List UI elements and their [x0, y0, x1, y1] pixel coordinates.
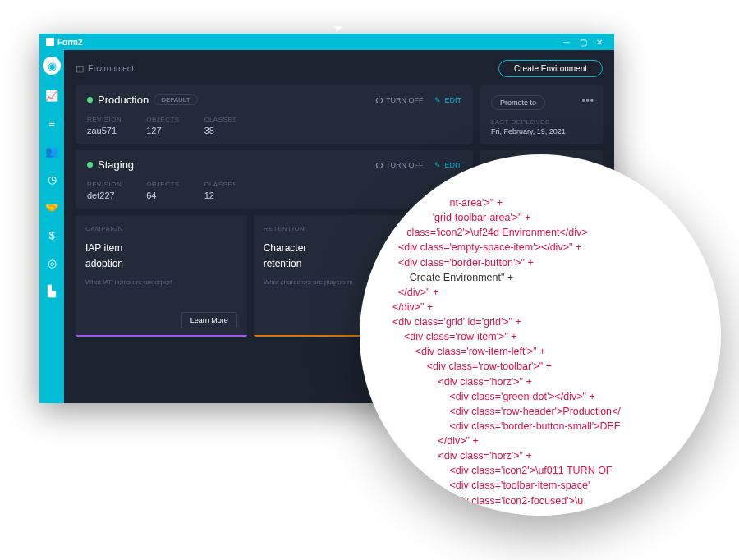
turn-off-button[interactable]: TURN OFF	[375, 161, 424, 169]
code-line: <div class='empty-space-item'></div>" +	[392, 240, 688, 255]
sidebar-users-icon[interactable]: 👥	[44, 144, 59, 158]
status-dot-icon	[87, 97, 93, 103]
classes-label: CLASSES	[204, 181, 237, 188]
cursor-icon: ➤	[332, 21, 344, 35]
code-line: 'grid-toolbar-area'>" +	[392, 210, 688, 225]
code-line: <div class='row-header'>Production</	[392, 404, 688, 419]
code-line: </div>" +	[392, 285, 688, 300]
row-toolbar: Production DEFAULT TURN OFF EDIT	[87, 94, 461, 106]
stats-row: REVISIONzau571 OBJECTS127 CLASSES38	[87, 116, 461, 135]
app-title-text: Form2	[57, 38, 83, 47]
objects-label: OBJECTS	[146, 116, 179, 123]
power-icon	[375, 161, 383, 169]
revision-value: det227	[87, 190, 122, 200]
stats-row: REVISIONdet227 OBJECTS64 CLASSES12	[87, 181, 461, 200]
row-toolbar: Staging TURN OFF EDIT	[87, 158, 461, 171]
card-category: CAMPAIGN	[85, 225, 237, 232]
code-line: <div class='horz'>" +	[392, 448, 688, 463]
code-line: Create Environment" +	[392, 270, 688, 285]
edit-icon	[434, 161, 441, 169]
code-line: <div class='grid' id='grid'>" +	[392, 314, 688, 329]
code-line: </div>" +	[392, 300, 688, 314]
env-name: Production	[98, 94, 149, 106]
sidebar: ◉ 📈 ≡ 👥 ◷ 🤝 $ ◎ ▙	[39, 50, 64, 403]
environment-label: Environment	[88, 64, 134, 73]
maximize-button[interactable]: ▢	[575, 35, 591, 48]
edit-button[interactable]: EDIT	[434, 161, 461, 169]
turn-off-label: TURN OFF	[386, 96, 424, 104]
turn-off-button[interactable]: TURN OFF	[375, 96, 424, 104]
sidebar-clock-icon[interactable]: ◷	[44, 172, 59, 186]
code-line: </div>" +	[392, 434, 688, 448]
environment-header: Environment	[76, 63, 134, 74]
app-title: Form2	[46, 38, 83, 47]
objects-label: OBJECTS	[146, 181, 179, 188]
sidebar-area-chart-icon[interactable]: ▙	[44, 283, 59, 298]
environment-row-production: Production DEFAULT TURN OFF EDIT REVISIO…	[76, 85, 603, 144]
default-badge: DEFAULT	[154, 94, 197, 105]
last-deployed-label: LAST DEPLOYED	[491, 118, 591, 126]
power-icon	[375, 96, 383, 104]
code-line: nt-area'>" +	[392, 195, 688, 210]
sidebar-target-icon[interactable]: ◎	[44, 255, 59, 270]
card-underline	[76, 335, 247, 337]
code-line: <div class='row-toolbar'>" +	[392, 359, 688, 374]
code-line: <div class='icon2-focused'>\u	[392, 493, 688, 508]
env-left-panel: Staging TURN OFF EDIT REVISIONdet227 OBJ…	[76, 150, 473, 209]
card-title: IAP itemadoption	[85, 241, 237, 272]
edit-label: EDIT	[444, 161, 461, 169]
status-dot-icon	[87, 162, 93, 168]
cube-icon	[76, 63, 84, 74]
env-right-panel: Promote to ••• LAST DEPLOYED Fri, Februa…	[480, 85, 603, 144]
revision-label: REVISION	[87, 181, 122, 188]
classes-value: 38	[204, 126, 237, 135]
classes-label: CLASSES	[204, 116, 237, 123]
code-line: </div>" +	[392, 508, 688, 516]
edit-label: EDIT	[444, 96, 461, 104]
learn-more-button[interactable]: Learn More	[181, 312, 237, 328]
card-description: What IAP items are underperf	[85, 278, 237, 286]
code-magnifier: nt-area'>" + 'grid-toolbar-area'>" + cla…	[360, 154, 721, 516]
card-campaign: CAMPAIGN IAP itemadoption What IAP items…	[76, 215, 247, 337]
turn-off-label: TURN OFF	[386, 161, 424, 169]
minimize-button[interactable]: ─	[558, 35, 575, 48]
objects-value: 127	[146, 126, 179, 135]
promote-button[interactable]: Promote to	[491, 95, 545, 110]
code-line: <div class='icon2'>\uf011 TURN OF	[392, 463, 688, 478]
sidebar-list-icon[interactable]: ≡	[44, 116, 59, 131]
code-line: <div class='row-item-left'>" +	[392, 344, 688, 359]
sidebar-dollar-icon[interactable]: $	[44, 227, 59, 242]
titlebar: Form2 ─ ▢ ✕	[39, 34, 614, 50]
edit-button[interactable]: EDIT	[434, 96, 461, 104]
code-line: <div class='border-button'>" +	[392, 255, 688, 270]
revision-label: REVISION	[87, 116, 122, 123]
close-button[interactable]: ✕	[591, 35, 608, 48]
more-menu-icon[interactable]: •••	[581, 95, 594, 107]
sidebar-handshake-icon[interactable]: 🤝	[44, 200, 59, 214]
toolbar: Environment Create Environment	[76, 58, 603, 85]
last-deployed-value: Fri, February, 19, 2021	[491, 127, 591, 135]
classes-value: 12	[204, 190, 237, 200]
env-name: Staging	[98, 158, 134, 171]
code-line: <div class='row-item'>" +	[392, 329, 688, 344]
code-line: <div class='horz'>" +	[392, 374, 688, 389]
edit-icon	[434, 96, 441, 104]
sidebar-chart-icon[interactable]: 📈	[44, 88, 59, 103]
code-line: <div class='green-dot'></div>" +	[392, 389, 688, 404]
code-line: <div class='border-button-small'>DEF	[392, 419, 688, 434]
create-environment-button[interactable]: Create Environment	[498, 60, 603, 77]
code-line: class='icon2'>\uf24d Environment</div>	[392, 225, 688, 240]
sidebar-compass-icon[interactable]: ◉	[43, 57, 61, 75]
revision-value: zau571	[87, 126, 122, 135]
env-left-panel: Production DEFAULT TURN OFF EDIT REVISIO…	[76, 85, 473, 144]
code-line: <div class='toolbar-item-space'	[392, 478, 688, 493]
objects-value: 64	[146, 190, 179, 200]
